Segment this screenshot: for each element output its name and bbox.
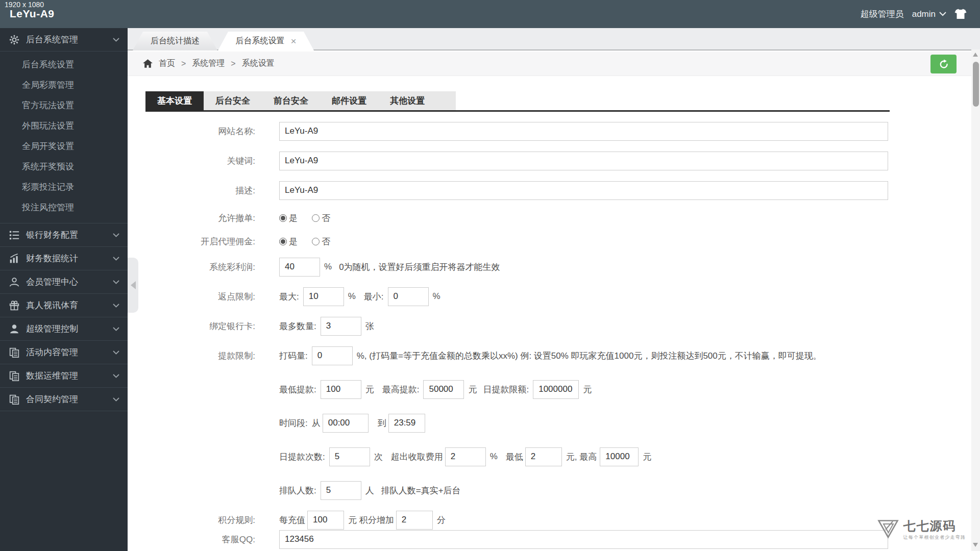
inline-label: 最小: xyxy=(364,291,384,303)
withdraw-max-input[interactable] xyxy=(423,380,464,399)
inline-label: 最低 xyxy=(506,451,523,463)
daily-fee-max-input[interactable] xyxy=(600,447,639,466)
daily-times-input[interactable] xyxy=(329,447,370,466)
unit-label: 分 xyxy=(437,514,446,526)
settings-subtabs: 基本设置 后台安全 前台安全 邮件设置 其他设置 xyxy=(145,91,890,112)
sidebar-item-label: 后台系统管理 xyxy=(26,34,78,45)
points-recharge-input[interactable] xyxy=(307,511,344,530)
form-row-rebate-limit: 返点限制: 最大: % 最小: % xyxy=(128,287,971,306)
sidebar-item-data-ops[interactable]: 数据运维管理 xyxy=(0,364,128,388)
copy-icon xyxy=(9,347,22,358)
list-ol-icon xyxy=(9,230,22,240)
tab-backend-system-settings[interactable]: 后台系统设置 × xyxy=(218,32,314,51)
vertical-scrollbar[interactable] xyxy=(971,49,980,551)
field-label: 网站名称: xyxy=(128,126,255,137)
site-name-input[interactable] xyxy=(279,122,888,141)
withdraw-code-input[interactable] xyxy=(312,346,353,365)
sidebar-item-activity-content[interactable]: 活动内容管理 xyxy=(0,341,128,364)
main-content: 后台统计描述 后台系统设置 × 首页 > 系统管理 > 系统设置 基本设置 后台… xyxy=(128,28,980,551)
unit-label: % xyxy=(324,262,332,272)
sidebar-subitem-bet-records[interactable]: 彩票投注记录 xyxy=(0,177,128,197)
form-row-withdraw-limit: 提款限制: 打码量: %, (打码量=等于充值金额的总数乘以xx%) 例: 设置… xyxy=(128,346,971,365)
theme-shirt-icon[interactable] xyxy=(954,9,967,19)
sidebar-collapse-handle[interactable] xyxy=(128,258,138,313)
agent-commission-no-radio[interactable] xyxy=(312,238,320,245)
chevron-down-icon xyxy=(113,38,119,42)
chevron-down-icon xyxy=(113,257,119,261)
gift-icon xyxy=(9,300,22,311)
inline-label: 每充值 xyxy=(279,514,305,526)
inline-label: 打码量: xyxy=(279,350,308,362)
sidebar-subitem-draw-preset[interactable]: 系统开奖预设 xyxy=(0,157,128,177)
time-from-input[interactable] xyxy=(323,414,369,433)
field-label: 关键词: xyxy=(128,155,255,167)
sidebar-item-backend-system[interactable]: 后台系统管理 xyxy=(0,28,128,52)
scroll-up-icon[interactable] xyxy=(973,53,978,57)
service-qq-input[interactable] xyxy=(279,530,888,549)
watermark-slogan: 让每个草根创业者少走弯路 xyxy=(903,534,966,541)
sidebar-subitem-peripheral-play[interactable]: 外围玩法设置 xyxy=(0,116,128,136)
sidebar-item-member-center[interactable]: 会员管理中心 xyxy=(0,270,128,294)
subtab-frontend-security[interactable]: 前台安全 xyxy=(262,91,320,110)
watermark-logo-icon xyxy=(877,519,899,539)
breadcrumb-system-settings[interactable]: 系统设置 xyxy=(242,58,275,69)
close-icon[interactable]: × xyxy=(290,36,296,46)
breadcrumb-home[interactable]: 首页 xyxy=(159,58,175,69)
home-icon[interactable] xyxy=(143,59,153,68)
field-note: 排队人数=真实+后台 xyxy=(381,485,461,496)
unit-label: 张 xyxy=(365,320,374,332)
field-note: %, (打码量=等于充值金额的总数乘以xx%) 例: 设置50% 即玩家充值10… xyxy=(357,350,822,362)
tab-label: 后台统计描述 xyxy=(151,36,200,46)
basic-settings-form: 网站名称: 关键词: 描述: 允许撤单: 是 否 开启代理佣金: xyxy=(128,112,971,549)
tab-backend-stats[interactable]: 后台统计描述 xyxy=(133,32,217,51)
breadcrumb-system-mgmt[interactable]: 系统管理 xyxy=(192,58,225,69)
agent-commission-yes-radio[interactable] xyxy=(279,238,287,245)
scroll-down-icon[interactable] xyxy=(973,543,978,547)
field-label: 绑定银行卡: xyxy=(128,320,255,332)
allow-cancel-yes-radio[interactable] xyxy=(279,214,287,222)
field-label: 提款限制: xyxy=(128,350,255,362)
rebate-max-input[interactable] xyxy=(303,287,344,306)
sidebar-item-bank-finance[interactable]: 银行财务配置 xyxy=(0,223,128,247)
sidebar-subitem-global-draw[interactable]: 全局开奖设置 xyxy=(0,136,128,157)
system-profit-input[interactable] xyxy=(279,258,320,277)
rebate-min-input[interactable] xyxy=(388,287,429,306)
sidebar-item-super-admin[interactable]: 超级管理控制 xyxy=(0,317,128,341)
daily-fee-input[interactable] xyxy=(445,447,486,466)
sidebar-subitem-risk-control[interactable]: 投注风控管理 xyxy=(0,197,128,218)
sidebar-subitem-official-play[interactable]: 官方玩法设置 xyxy=(0,95,128,116)
field-label: 系统彩利润: xyxy=(128,261,255,273)
chevron-down-icon xyxy=(113,304,119,308)
unit-label: 元 xyxy=(365,384,374,395)
sidebar-item-label: 会员管理中心 xyxy=(26,276,78,288)
field-label: 开启代理佣金: xyxy=(128,236,255,247)
keywords-input[interactable] xyxy=(279,152,888,170)
form-row-withdraw-amounts: 最低提款: 元 最高提款: 元 日提款限额: 元 xyxy=(128,380,971,399)
window-tabstrip: 后台统计描述 后台系统设置 × xyxy=(128,28,980,51)
sidebar-item-live-video-sports[interactable]: 真人视讯体育 xyxy=(0,294,128,317)
tab-label: 后台系统设置 xyxy=(235,36,284,46)
sidebar-subitem-system-settings[interactable]: 后台系统设置 xyxy=(0,55,128,75)
withdraw-daily-limit-input[interactable] xyxy=(533,380,579,399)
daily-fee-min-input[interactable] xyxy=(525,447,562,466)
subtab-other-settings[interactable]: 其他设置 xyxy=(378,91,436,110)
sidebar-item-label: 数据运维管理 xyxy=(26,370,78,382)
form-row-daily-times: 日提款次数: 次 超出收取费用 % 最低 元, 最高 元 xyxy=(128,447,971,466)
bank-card-qty-input[interactable] xyxy=(321,317,361,336)
allow-cancel-no-radio[interactable] xyxy=(312,214,320,222)
user-menu[interactable]: admin xyxy=(912,9,946,19)
description-input[interactable] xyxy=(279,181,888,200)
refresh-button[interactable] xyxy=(930,55,957,73)
subtab-mail-settings[interactable]: 邮件设置 xyxy=(320,91,378,110)
sidebar-item-finance-stats[interactable]: 财务数据统计 xyxy=(0,247,128,270)
subtab-backend-security[interactable]: 后台安全 xyxy=(204,91,262,110)
subtab-basic-settings[interactable]: 基本设置 xyxy=(145,91,204,110)
sidebar-subitem-lottery-mgmt[interactable]: 全局彩票管理 xyxy=(0,75,128,95)
points-add-input[interactable] xyxy=(396,511,433,530)
time-to-input[interactable] xyxy=(388,414,425,433)
withdraw-min-input[interactable] xyxy=(321,380,361,399)
queue-input[interactable] xyxy=(321,481,361,500)
sidebar-item-contract-mgmt[interactable]: 合同契约管理 xyxy=(0,388,128,411)
username-label: admin xyxy=(912,9,936,19)
scrollbar-thumb[interactable] xyxy=(973,62,979,107)
